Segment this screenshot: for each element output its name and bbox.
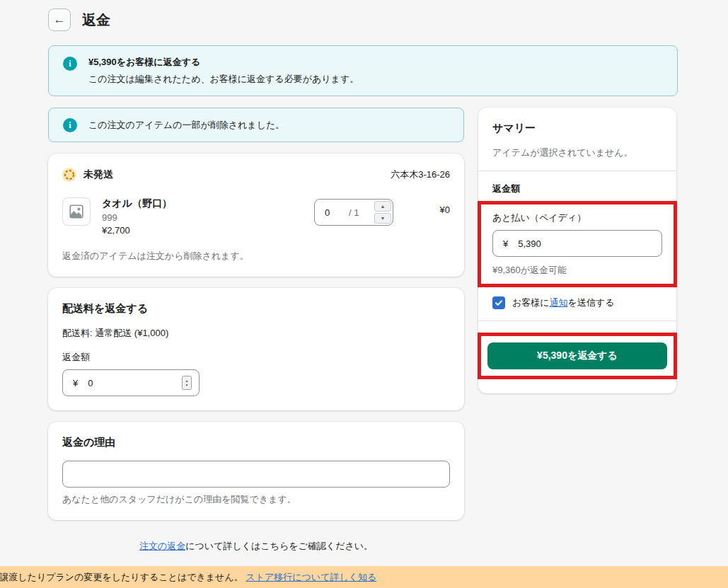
divider [478, 171, 676, 171]
refund-notice-description: この注文は編集されたため、お客様に返金する必要があります。 [88, 73, 359, 86]
items-removed-text: この注文のアイテムの一部が削除されました。 [88, 119, 284, 132]
currency-prefix: ¥ [73, 378, 78, 388]
summary-empty-text: アイテムが選択されていません。 [492, 146, 662, 159]
learn-more-rest: について詳しくはこちらをご確認ください。 [185, 541, 373, 551]
quantity-total: / 1 [349, 207, 359, 218]
notify-checkbox[interactable] [492, 296, 505, 309]
product-name: タオル（野口） [102, 197, 314, 210]
summary-title: サマリー [492, 122, 662, 135]
store-transfer-link[interactable]: ストア移行について詳しく知る [245, 572, 376, 582]
notify-customer-row: お客様に通知を送信する [492, 296, 662, 309]
unfulfilled-status-icon [62, 168, 76, 182]
page-header: ← 返金 [48, 7, 678, 33]
page: ← 返金 i ¥5,390をお客様に返金する この注文は編集されたため、お客様に… [0, 0, 678, 553]
check-icon [495, 299, 503, 307]
arrow-left-icon: ← [54, 13, 66, 27]
product-thumbnail [62, 197, 91, 226]
product-sku: 999 [102, 212, 314, 223]
shipping-refund-amount-input[interactable] [88, 378, 182, 388]
quantity-decrement-button[interactable]: ▼ [374, 213, 391, 224]
divider [478, 321, 676, 321]
product-price: ¥2,700 [102, 225, 314, 236]
learn-more-line: 注文の返金について詳しくはこちらをご確認ください。 [48, 540, 464, 553]
quantity-stepper[interactable]: 0 / 1 ▲ ▼ [314, 199, 393, 226]
info-icon: i [63, 118, 77, 132]
quantity-value[interactable]: 0 [325, 207, 349, 218]
summary-card: サマリー アイテムが選択されていません。 返金額 あと払い（ペイディ） ¥ ¥9… [478, 108, 676, 393]
refund-amount-field[interactable]: ¥ [492, 230, 662, 257]
currency-prefix: ¥ [503, 238, 508, 249]
transfer-banner-text: に譲渡したりプランの変更をしたりすることはできません。 [0, 572, 245, 582]
refund-submit-button[interactable]: ¥5,390を返金する [487, 342, 667, 369]
page-title: 返金 [82, 11, 110, 30]
reason-helper-text: あなたと他のスタッフだけがこの理由を閲覧できます。 [62, 493, 450, 506]
image-placeholder-icon [69, 204, 83, 219]
shipping-address: 六本木3-16-26 [391, 168, 450, 181]
notify-suffix: を送信する [568, 297, 615, 308]
refund-reason-input[interactable] [62, 461, 450, 488]
notification-link[interactable]: 通知 [550, 297, 568, 308]
shipping-card-title: 配送料を返金する [62, 302, 450, 316]
reason-card-title: 返金の理由 [62, 436, 450, 449]
unfulfilled-card: 未発送 六本木3-16-26 タオル（野口） 999 [48, 154, 464, 277]
annotation-box-button: ¥5,390を返金する [478, 333, 677, 379]
quantity-increment-button[interactable]: ▲ [374, 201, 391, 212]
refund-notice-title: ¥5,390をお客様に返金する [88, 56, 359, 69]
line-item-total: ¥0 [393, 204, 450, 215]
number-spinner-icon[interactable]: ▲▼ [182, 376, 192, 390]
refund-amount-label: 返金額 [492, 183, 662, 195]
refund-reason-card: 返金の理由 あなたと他のスタッフだけがこの理由を閲覧できます。 [48, 422, 464, 520]
order-refund-link[interactable]: 注文の返金 [139, 541, 185, 551]
shipping-line: 配送料: 通常配送 (¥1,000) [62, 327, 450, 340]
notify-prefix: お客様に [512, 297, 550, 308]
payment-method-label: あと払い（ペイディ） [492, 212, 662, 224]
shipping-refund-card: 配送料を返金する 配送料: 通常配送 (¥1,000) 返金額 ¥ ▲▼ [48, 288, 464, 410]
refund-notice-banner: i ¥5,390をお客様に返金する この注文は編集されたため、お客様に返金する必… [48, 45, 678, 96]
shipping-refund-amount-field[interactable]: ¥ ▲▼ [62, 369, 200, 396]
shipping-amount-label: 返金額 [62, 351, 450, 364]
fulfillment-status-label: 未発送 [83, 168, 113, 181]
refundable-amount-text: ¥9,360が返金可能 [492, 264, 662, 277]
refund-removal-note: 返金済のアイテムは注文から削除されます。 [62, 250, 450, 263]
annotation-box-payment: あと払い（ペイディ） ¥ ¥9,360が返金可能 [478, 201, 677, 287]
line-item-row: タオル（野口） 999 ¥2,700 0 / 1 ▲ ▼ ¥0 [62, 197, 450, 236]
items-removed-banner: i この注文のアイテムの一部が削除されました。 [48, 108, 464, 142]
info-icon: i [63, 57, 77, 71]
refund-amount-input[interactable] [518, 238, 654, 249]
store-transfer-banner: に譲渡したりプランの変更をしたりすることはできません。 ストア移行について詳しく… [0, 566, 728, 588]
back-button[interactable]: ← [48, 8, 71, 31]
